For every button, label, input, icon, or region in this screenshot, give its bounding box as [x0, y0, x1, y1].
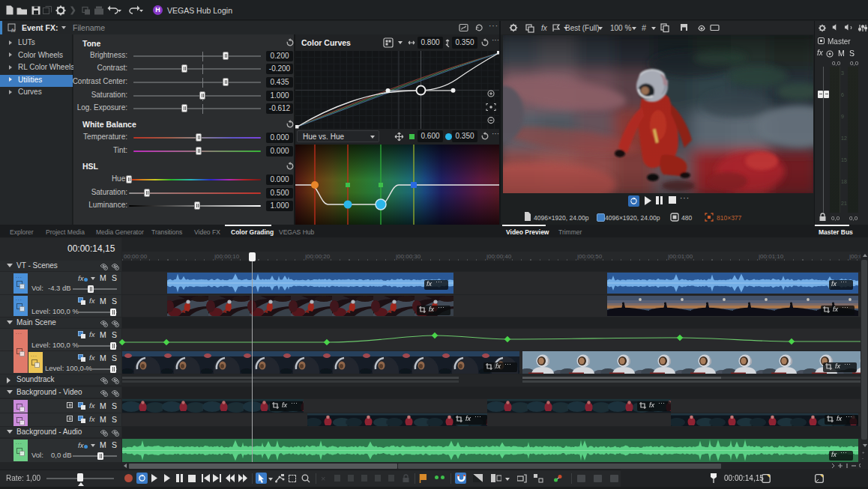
svg-text:fx: fx [541, 24, 548, 32]
svg-text:fx: fx [11, 28, 16, 33]
